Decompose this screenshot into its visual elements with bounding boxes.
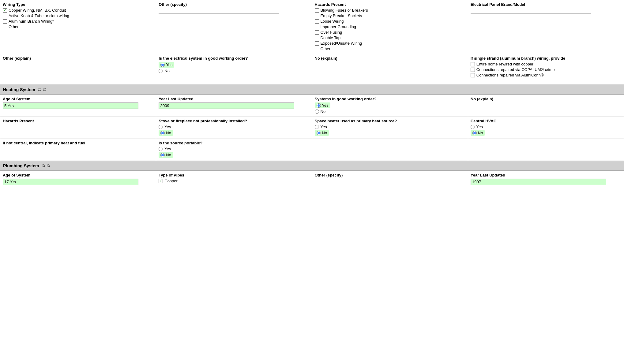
electrical-panel-cell: Electrical Panel Brand/Model: [468, 0, 624, 54]
if-not-central-input[interactable]: [3, 147, 93, 152]
heating-empty-cell-2: [468, 139, 624, 161]
hazard-over-row[interactable]: Over Fusing: [315, 30, 465, 35]
stove-no-label: No: [166, 131, 171, 135]
central-hvac-no-label: No: [478, 131, 483, 135]
electrical-yes-selected[interactable]: Yes: [159, 62, 174, 68]
electrical-yes-label: Yes: [166, 62, 172, 67]
other-explain-cell: Other (explain): [0, 54, 156, 85]
hazard-other-checkbox[interactable]: [315, 47, 319, 51]
hazard-empty-row[interactable]: Empty Breaker Sockets: [315, 13, 465, 18]
wiring-aluminum-checkbox[interactable]: [3, 19, 7, 24]
electrical-yes-row[interactable]: Yes: [159, 62, 309, 68]
wiring-knob-checkbox[interactable]: [3, 14, 7, 18]
wiring-other-label: Other: [9, 24, 19, 29]
stove-yes-row[interactable]: Yes: [159, 124, 309, 129]
stove-no-row[interactable]: No: [159, 130, 309, 136]
source-portable-yes-label: Yes: [164, 147, 171, 151]
wiring-other-checkbox[interactable]: [3, 25, 7, 29]
hazard-blowing-checkbox[interactable]: [315, 8, 319, 13]
other-explain-input[interactable]: [3, 62, 93, 67]
heating-systems-no-row[interactable]: No: [315, 109, 465, 114]
aluminum-provide-label: If single strand (aluminum branch) wirin…: [471, 56, 621, 61]
space-heater-no-row[interactable]: No: [315, 130, 465, 136]
source-portable-yes-row[interactable]: Yes: [159, 147, 309, 151]
heating-no-explain-input[interactable]: [471, 102, 576, 108]
wiring-no-explain-cell: No (explain): [312, 54, 468, 85]
central-hvac-yes-radio[interactable]: [471, 125, 475, 129]
stove-label: Stove or fireplace not professionally in…: [159, 119, 309, 123]
wiring-aluminum-row[interactable]: Aluminum Branch Wiring*: [3, 19, 153, 24]
wiring-type-label: Wiring Type: [3, 2, 153, 7]
hazard-improper-checkbox[interactable]: [315, 25, 319, 29]
electrical-no-label: No: [164, 69, 170, 73]
source-portable-yes-radio[interactable]: [159, 147, 163, 151]
hazard-exposed-checkbox[interactable]: [315, 41, 319, 46]
aluminum-rewired-checkbox[interactable]: [471, 62, 475, 66]
stove-no-selected[interactable]: No: [159, 130, 173, 136]
hazard-double-row[interactable]: Double Taps: [315, 35, 465, 40]
plumbing-year-updated-input[interactable]: [471, 179, 606, 185]
electrical-no-row[interactable]: No: [159, 69, 309, 73]
source-portable-no-row[interactable]: No: [159, 152, 309, 158]
space-heater-yes-row[interactable]: Yes: [315, 124, 465, 129]
wiring-knob-row[interactable]: Active Knob & Tube or cloth wiring: [3, 13, 153, 18]
heating-systems-no-label: No: [321, 109, 326, 114]
copper-checkbox[interactable]: [159, 179, 163, 183]
central-hvac-no-radio[interactable]: [472, 131, 477, 135]
stove-yes-label: Yes: [164, 124, 171, 129]
heating-hazards-label: Hazards Present: [3, 119, 153, 123]
heating-systems-yes-row[interactable]: Yes: [315, 102, 465, 108]
heating-systems-yes-selected[interactable]: Yes: [315, 102, 330, 108]
space-heater-yes-radio[interactable]: [315, 125, 319, 129]
heating-age-label: Age of System: [3, 97, 153, 101]
heating-section-header: Heating System ☺☺: [0, 85, 624, 95]
aluminum-alumiconn-row[interactable]: Connections repaired via AlumiConn®: [471, 73, 621, 77]
wiring-copper-row[interactable]: Copper Wiring, NM, BX, Conduit: [3, 8, 153, 13]
central-hvac-no-selected[interactable]: No: [471, 130, 485, 136]
hazard-other-row[interactable]: Other: [315, 46, 465, 51]
central-hvac-yes-row[interactable]: Yes: [471, 124, 621, 129]
type-of-pipes-cell: Type of Pipes Copper: [156, 171, 312, 187]
electrical-panel-input[interactable]: [471, 8, 591, 13]
hazard-empty-checkbox[interactable]: [315, 14, 319, 18]
source-portable-no-radio[interactable]: [160, 153, 165, 157]
hazard-exposed-row[interactable]: Exposed/Unsafe Wiring: [315, 41, 465, 46]
space-heater-no-selected[interactable]: No: [315, 130, 329, 136]
heating-systems-yes-radio[interactable]: [317, 103, 321, 108]
other-specify-input[interactable]: [159, 8, 279, 13]
wiring-copper-label: Copper Wiring, NM, BX, Conduit: [9, 8, 66, 13]
electrical-yes-radio[interactable]: [160, 63, 165, 67]
space-heater-label: Space heater used as primary heat source…: [315, 119, 465, 123]
hazard-double-checkbox[interactable]: [315, 36, 319, 40]
aluminum-alumiconn-checkbox[interactable]: [471, 73, 475, 77]
hazard-loose-checkbox[interactable]: [315, 19, 319, 24]
hazard-double-label: Double Taps: [321, 35, 343, 40]
plumbing-age-input[interactable]: [3, 179, 138, 185]
source-portable-no-selected[interactable]: No: [159, 152, 173, 158]
heating-age-input[interactable]: [3, 102, 138, 109]
hazard-over-checkbox[interactable]: [315, 30, 319, 35]
stove-yes-radio[interactable]: [159, 125, 163, 129]
stove-no-radio[interactable]: [160, 131, 165, 135]
hazard-improper-row[interactable]: Improper Grounding: [315, 24, 465, 29]
wiring-other-row[interactable]: Other: [3, 24, 153, 29]
heating-year-updated-input[interactable]: [159, 102, 294, 109]
hazard-blowing-row[interactable]: Blowing Fuses or Breakers: [315, 8, 465, 13]
wiring-copper-checkbox[interactable]: [3, 8, 7, 13]
central-hvac-no-row[interactable]: No: [471, 130, 621, 136]
heating-year-updated-label: Year Last Updated: [159, 97, 309, 101]
aluminum-copalum-row[interactable]: Connections repaired via COPALUM® crimp: [471, 67, 621, 72]
copper-row[interactable]: Copper: [159, 179, 309, 183]
heating-systems-no-radio[interactable]: [315, 110, 319, 114]
space-heater-no-radio[interactable]: [317, 131, 321, 135]
plumbing-other-specify-input[interactable]: [315, 179, 420, 184]
plumbing-year-updated-cell: Year Last Updated: [468, 171, 624, 187]
aluminum-rewired-row[interactable]: Entire home rewired with copper: [471, 62, 621, 66]
hazard-loose-row[interactable]: Loose Wiring: [315, 19, 465, 24]
wiring-no-explain-input[interactable]: [315, 62, 420, 67]
electrical-no-radio[interactable]: [159, 69, 163, 73]
aluminum-copalum-checkbox[interactable]: [471, 68, 475, 72]
plumbing-age-cell: Age of System: [0, 171, 156, 187]
wiring-aluminum-label: Aluminum Branch Wiring*: [9, 19, 54, 24]
hazard-blowing-label: Blowing Fuses or Breakers: [321, 8, 368, 13]
